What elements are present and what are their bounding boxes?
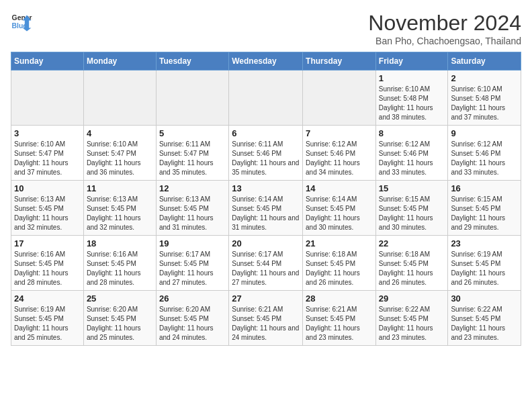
- calendar-body: 1Sunrise: 6:10 AM Sunset: 5:48 PM Daylig…: [11, 71, 521, 346]
- day-info: Sunrise: 6:19 AM Sunset: 5:45 PM Dayligh…: [451, 250, 518, 287]
- day-info: Sunrise: 6:21 AM Sunset: 5:45 PM Dayligh…: [232, 305, 300, 342]
- day-info: Sunrise: 6:18 AM Sunset: 5:45 PM Dayligh…: [379, 250, 445, 287]
- calendar-cell: 29Sunrise: 6:22 AM Sunset: 5:45 PM Dayli…: [375, 291, 448, 346]
- day-info: Sunrise: 6:13 AM Sunset: 5:45 PM Dayligh…: [14, 195, 81, 232]
- day-number: 16: [451, 183, 518, 193]
- day-info: Sunrise: 6:18 AM Sunset: 5:45 PM Dayligh…: [306, 250, 373, 287]
- day-number: 20: [232, 238, 300, 248]
- weekday-header: Monday: [83, 52, 156, 71]
- calendar-cell: 17Sunrise: 6:16 AM Sunset: 5:45 PM Dayli…: [11, 236, 84, 291]
- day-info: Sunrise: 6:19 AM Sunset: 5:45 PM Dayligh…: [14, 305, 81, 342]
- month-title: November 2024: [368, 11, 521, 36]
- calendar-cell: [11, 71, 84, 126]
- day-info: Sunrise: 6:10 AM Sunset: 5:47 PM Dayligh…: [14, 140, 81, 177]
- weekday-header: Sunday: [11, 52, 84, 71]
- calendar-cell: 12Sunrise: 6:13 AM Sunset: 5:45 PM Dayli…: [156, 181, 228, 236]
- title-block: November 2024 Ban Pho, Chachoengsao, Tha…: [368, 11, 521, 46]
- day-info: Sunrise: 6:10 AM Sunset: 5:48 PM Dayligh…: [451, 85, 518, 122]
- day-number: 10: [14, 183, 81, 193]
- day-info: Sunrise: 6:15 AM Sunset: 5:45 PM Dayligh…: [379, 195, 445, 232]
- calendar-cell: 16Sunrise: 6:15 AM Sunset: 5:45 PM Dayli…: [448, 181, 521, 236]
- calendar-cell: 8Sunrise: 6:12 AM Sunset: 5:46 PM Daylig…: [375, 126, 448, 181]
- day-info: Sunrise: 6:12 AM Sunset: 5:46 PM Dayligh…: [306, 140, 373, 177]
- calendar-cell: 25Sunrise: 6:20 AM Sunset: 5:45 PM Dayli…: [83, 291, 156, 346]
- calendar-cell: 11Sunrise: 6:13 AM Sunset: 5:45 PM Dayli…: [83, 181, 156, 236]
- day-number: 7: [306, 128, 373, 138]
- calendar-row: 3Sunrise: 6:10 AM Sunset: 5:47 PM Daylig…: [11, 126, 521, 181]
- calendar-cell: 18Sunrise: 6:16 AM Sunset: 5:45 PM Dayli…: [83, 236, 156, 291]
- day-number: 24: [14, 293, 81, 304]
- day-info: Sunrise: 6:16 AM Sunset: 5:45 PM Dayligh…: [87, 250, 153, 287]
- day-number: 25: [87, 293, 153, 304]
- day-number: 5: [159, 128, 226, 138]
- day-info: Sunrise: 6:15 AM Sunset: 5:45 PM Dayligh…: [451, 195, 518, 232]
- calendar-cell: 3Sunrise: 6:10 AM Sunset: 5:47 PM Daylig…: [11, 126, 84, 181]
- logo: General Blue: [11, 11, 32, 32]
- day-info: Sunrise: 6:20 AM Sunset: 5:45 PM Dayligh…: [159, 305, 226, 342]
- calendar-cell: 13Sunrise: 6:14 AM Sunset: 5:45 PM Dayli…: [229, 181, 303, 236]
- calendar-cell: 4Sunrise: 6:10 AM Sunset: 5:47 PM Daylig…: [83, 126, 156, 181]
- calendar-cell: [83, 71, 156, 126]
- day-number: 2: [451, 73, 518, 83]
- day-number: 1: [379, 73, 445, 83]
- day-number: 6: [232, 128, 300, 138]
- day-info: Sunrise: 6:11 AM Sunset: 5:46 PM Dayligh…: [232, 140, 300, 177]
- calendar-cell: 21Sunrise: 6:18 AM Sunset: 5:45 PM Dayli…: [303, 236, 376, 291]
- day-number: 23: [451, 238, 518, 248]
- day-number: 21: [306, 238, 373, 248]
- calendar-cell: 15Sunrise: 6:15 AM Sunset: 5:45 PM Dayli…: [375, 181, 448, 236]
- calendar-cell: 26Sunrise: 6:20 AM Sunset: 5:45 PM Dayli…: [156, 291, 228, 346]
- calendar-cell: 23Sunrise: 6:19 AM Sunset: 5:45 PM Dayli…: [448, 236, 521, 291]
- day-number: 19: [159, 238, 226, 248]
- day-number: 30: [451, 293, 518, 304]
- page-header: General Blue November 2024 Ban Pho, Chac…: [11, 11, 521, 46]
- calendar-table: SundayMondayTuesdayWednesdayThursdayFrid…: [11, 52, 521, 346]
- day-number: 26: [159, 293, 226, 304]
- day-number: 28: [306, 293, 373, 304]
- day-number: 4: [87, 128, 153, 138]
- day-number: 11: [87, 183, 153, 193]
- day-info: Sunrise: 6:17 AM Sunset: 5:45 PM Dayligh…: [159, 250, 226, 287]
- calendar-row: 10Sunrise: 6:13 AM Sunset: 5:45 PM Dayli…: [11, 181, 521, 236]
- calendar-cell: 5Sunrise: 6:11 AM Sunset: 5:47 PM Daylig…: [156, 126, 228, 181]
- day-info: Sunrise: 6:22 AM Sunset: 5:45 PM Dayligh…: [451, 305, 518, 342]
- header-row: SundayMondayTuesdayWednesdayThursdayFrid…: [11, 52, 521, 71]
- day-info: Sunrise: 6:22 AM Sunset: 5:45 PM Dayligh…: [379, 305, 445, 342]
- calendar-cell: 22Sunrise: 6:18 AM Sunset: 5:45 PM Dayli…: [375, 236, 448, 291]
- calendar-cell: 30Sunrise: 6:22 AM Sunset: 5:45 PM Dayli…: [448, 291, 521, 346]
- day-info: Sunrise: 6:13 AM Sunset: 5:45 PM Dayligh…: [159, 195, 226, 232]
- calendar-cell: 27Sunrise: 6:21 AM Sunset: 5:45 PM Dayli…: [229, 291, 303, 346]
- weekday-header: Friday: [375, 52, 448, 71]
- day-info: Sunrise: 6:20 AM Sunset: 5:45 PM Dayligh…: [87, 305, 153, 342]
- day-number: 22: [379, 238, 445, 248]
- weekday-header: Thursday: [303, 52, 376, 71]
- calendar-cell: [156, 71, 228, 126]
- calendar-cell: [303, 71, 376, 126]
- day-info: Sunrise: 6:10 AM Sunset: 5:47 PM Dayligh…: [87, 140, 153, 177]
- day-info: Sunrise: 6:10 AM Sunset: 5:48 PM Dayligh…: [379, 85, 445, 122]
- calendar-cell: 2Sunrise: 6:10 AM Sunset: 5:48 PM Daylig…: [448, 71, 521, 126]
- calendar-cell: 6Sunrise: 6:11 AM Sunset: 5:46 PM Daylig…: [229, 126, 303, 181]
- day-info: Sunrise: 6:13 AM Sunset: 5:45 PM Dayligh…: [87, 195, 153, 232]
- calendar-cell: 19Sunrise: 6:17 AM Sunset: 5:45 PM Dayli…: [156, 236, 228, 291]
- day-info: Sunrise: 6:14 AM Sunset: 5:45 PM Dayligh…: [232, 195, 300, 232]
- calendar-cell: 1Sunrise: 6:10 AM Sunset: 5:48 PM Daylig…: [375, 71, 448, 126]
- day-number: 17: [14, 238, 81, 248]
- day-number: 12: [159, 183, 226, 193]
- subtitle: Ban Pho, Chachoengsao, Thailand: [368, 36, 521, 46]
- day-number: 18: [87, 238, 153, 248]
- day-info: Sunrise: 6:14 AM Sunset: 5:45 PM Dayligh…: [306, 195, 373, 232]
- calendar-cell: 24Sunrise: 6:19 AM Sunset: 5:45 PM Dayli…: [11, 291, 84, 346]
- calendar-row: 1Sunrise: 6:10 AM Sunset: 5:48 PM Daylig…: [11, 71, 521, 126]
- day-info: Sunrise: 6:12 AM Sunset: 5:46 PM Dayligh…: [451, 140, 518, 177]
- day-number: 14: [306, 183, 373, 193]
- calendar-cell: [229, 71, 303, 126]
- day-info: Sunrise: 6:21 AM Sunset: 5:45 PM Dayligh…: [306, 305, 373, 342]
- calendar-cell: 10Sunrise: 6:13 AM Sunset: 5:45 PM Dayli…: [11, 181, 84, 236]
- calendar-header: SundayMondayTuesdayWednesdayThursdayFrid…: [11, 52, 521, 71]
- day-number: 15: [379, 183, 445, 193]
- calendar-row: 17Sunrise: 6:16 AM Sunset: 5:45 PM Dayli…: [11, 236, 521, 291]
- day-number: 13: [232, 183, 300, 193]
- day-info: Sunrise: 6:12 AM Sunset: 5:46 PM Dayligh…: [379, 140, 445, 177]
- logo-icon: General Blue: [11, 11, 32, 32]
